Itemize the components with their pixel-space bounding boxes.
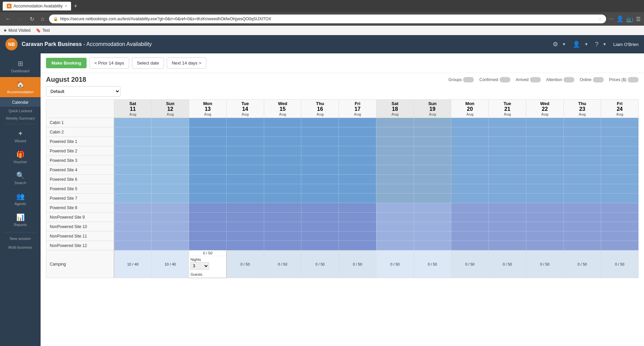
calendar-cell[interactable] — [564, 222, 601, 231]
calendar-cell[interactable] — [114, 127, 152, 137]
calendar-cell[interactable] — [451, 127, 489, 137]
calendar-cell[interactable] — [526, 213, 564, 222]
calendar-cell[interactable] — [489, 184, 526, 194]
calendar-cell[interactable] — [414, 146, 451, 156]
calendar-cell[interactable] — [451, 194, 489, 203]
calendar-cell[interactable] — [114, 203, 152, 213]
calendar-cell[interactable] — [339, 165, 376, 175]
calendar-cell[interactable] — [414, 156, 451, 165]
calendar-cell[interactable] — [339, 194, 376, 203]
calendar-cell[interactable] — [564, 213, 601, 222]
calendar-cell[interactable] — [451, 156, 489, 165]
calendar-cell[interactable] — [526, 222, 564, 231]
calendar-cell[interactable] — [414, 184, 451, 194]
calendar-cell[interactable] — [189, 203, 227, 213]
calendar-cell[interactable] — [489, 118, 526, 127]
calendar-cell[interactable] — [226, 241, 264, 250]
arrived-toggle[interactable] — [530, 77, 541, 82]
camping-count-cell[interactable]: 10 / 40 — [152, 250, 189, 278]
cast-icon[interactable]: 📺 — [626, 16, 633, 22]
calendar-cell[interactable] — [114, 194, 152, 203]
calendar-cell[interactable] — [301, 241, 339, 250]
calendar-cell[interactable] — [601, 165, 639, 175]
calendar-cell[interactable] — [152, 222, 189, 231]
calendar-cell[interactable] — [114, 175, 152, 184]
calendar-cell[interactable] — [301, 118, 339, 127]
user-dropdown-icon[interactable]: ▼ — [584, 42, 588, 47]
calendar-cell[interactable] — [414, 213, 451, 222]
calendar-cell[interactable] — [114, 222, 152, 231]
calendar-cell[interactable] — [114, 118, 152, 127]
calendar-cell[interactable] — [339, 222, 376, 231]
calendar-cell[interactable] — [339, 127, 376, 137]
calendar-cell[interactable] — [226, 231, 264, 241]
sidebar-item-search[interactable]: 🔍 Search — [0, 168, 41, 188]
calendar-cell[interactable] — [301, 137, 339, 146]
camping-count-cell[interactable]: 0 / 50 — [489, 250, 526, 278]
camping-count-cell[interactable]: 0 / 50 — [301, 250, 339, 278]
calendar-cell[interactable] — [226, 137, 264, 146]
bookmark-star-icon[interactable]: ☆ — [598, 16, 602, 22]
calendar-cell[interactable] — [451, 203, 489, 213]
calendar-cell[interactable] — [564, 194, 601, 203]
refresh-button[interactable]: ↻ — [28, 15, 36, 24]
calendar-cell[interactable] — [189, 175, 227, 184]
extensions-icon[interactable]: ⋯ — [609, 16, 614, 22]
calendar-cell[interactable] — [376, 222, 414, 231]
calendar-cell[interactable] — [189, 146, 227, 156]
sidebar-item-accommodation[interactable]: 🏠 Accommodation — [0, 77, 41, 97]
calendar-cell[interactable] — [489, 194, 526, 203]
calendar-cell[interactable] — [339, 213, 376, 222]
calendar-cell[interactable] — [264, 127, 301, 137]
calendar-cell[interactable] — [601, 231, 639, 241]
calendar-cell[interactable] — [564, 156, 601, 165]
camping-count-cell[interactable]: 0 / 50 — [526, 250, 564, 278]
make-booking-button[interactable]: Make Booking — [46, 58, 87, 68]
calendar-cell[interactable] — [264, 165, 301, 175]
calendar-cell[interactable] — [264, 222, 301, 231]
calendar-cell[interactable] — [264, 194, 301, 203]
sidebar-item-new-session[interactable]: New session — [0, 234, 41, 243]
calendar-cell[interactable] — [564, 146, 601, 156]
calendar-cell[interactable] — [301, 203, 339, 213]
calendar-cell[interactable] — [114, 137, 152, 146]
calendar-cell[interactable] — [451, 231, 489, 241]
calendar-cell[interactable] — [301, 231, 339, 241]
calendar-cell[interactable] — [226, 213, 264, 222]
calendar-cell[interactable] — [301, 222, 339, 231]
calendar-cell[interactable] — [189, 156, 227, 165]
calendar-cell[interactable] — [376, 203, 414, 213]
calendar-cell[interactable] — [564, 241, 601, 250]
calendar-cell[interactable] — [339, 146, 376, 156]
calendar-cell[interactable] — [301, 213, 339, 222]
calendar-cell[interactable] — [526, 231, 564, 241]
calendar-cell[interactable] — [339, 156, 376, 165]
calendar-cell[interactable] — [601, 203, 639, 213]
calendar-cell[interactable] — [601, 222, 639, 231]
calendar-cell[interactable] — [114, 156, 152, 165]
calendar-cell[interactable] — [414, 194, 451, 203]
calendar-cell[interactable] — [152, 137, 189, 146]
calendar-cell[interactable] — [301, 146, 339, 156]
calendar-cell[interactable] — [264, 146, 301, 156]
calendar-cell[interactable] — [489, 156, 526, 165]
browser-tab[interactable]: N Accommodation Availability × — [3, 2, 71, 10]
calendar-cell[interactable] — [376, 156, 414, 165]
user-profile-icon[interactable]: 👤 — [573, 41, 580, 48]
calendar-cell[interactable] — [301, 175, 339, 184]
calendar-cell[interactable] — [376, 127, 414, 137]
calendar-cell[interactable] — [376, 184, 414, 194]
calendar-cell[interactable] — [601, 213, 639, 222]
calendar-cell[interactable] — [376, 194, 414, 203]
settings-icon[interactable]: ⚙ — [553, 41, 558, 48]
calendar-cell[interactable] — [526, 137, 564, 146]
calendar-cell[interactable] — [226, 203, 264, 213]
calendar-cell[interactable] — [264, 156, 301, 165]
calendar-cell[interactable] — [451, 146, 489, 156]
calendar-cell[interactable] — [489, 231, 526, 241]
calendar-cell[interactable] — [601, 194, 639, 203]
new-tab-button[interactable]: + — [74, 3, 77, 10]
camping-count-cell[interactable]: 0 / 50 — [226, 250, 264, 278]
calendar-cell[interactable] — [376, 231, 414, 241]
calendar-cell[interactable] — [526, 127, 564, 137]
